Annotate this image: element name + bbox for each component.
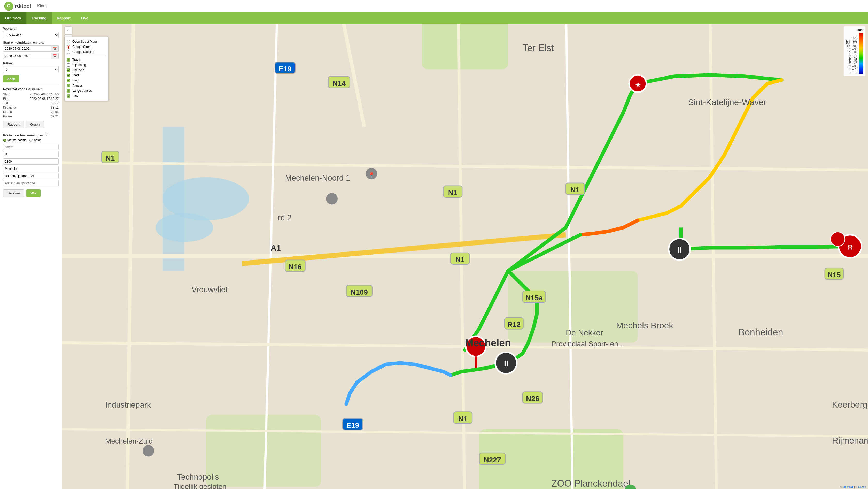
layer-start-label: Start	[72, 73, 79, 77]
svg-text:Ter Elst: Ter Elst	[523, 43, 554, 53]
page-title: Klant	[37, 4, 46, 8]
wis-button[interactable]: Wis	[26, 189, 40, 197]
layer-google-street-label: Google Street	[72, 45, 91, 49]
svg-text:A1: A1	[271, 243, 281, 252]
layer-play-label: Play	[72, 94, 78, 98]
checkbox-start[interactable]	[67, 74, 70, 77]
city-input[interactable]	[3, 166, 59, 172]
checkbox-track[interactable]	[67, 58, 70, 62]
back-forward-button[interactable]: ↔	[65, 26, 72, 34]
graph-button[interactable]: Graph	[26, 121, 44, 128]
layer-google-sat[interactable]: Google Satelliet	[67, 49, 106, 55]
svg-text:Mechels Broek: Mechels Broek	[616, 321, 673, 330]
layer-start[interactable]: Start	[67, 73, 106, 78]
route-section: Route naar bestemming vanuit: laatste po…	[3, 133, 59, 197]
svg-text:rd 2: rd 2	[278, 213, 292, 222]
svg-point-88	[143, 445, 154, 457]
start-date-field: 📅	[3, 45, 59, 52]
route-option-basis-label: basis	[34, 138, 41, 142]
route-radio-laatste[interactable]	[3, 139, 6, 142]
checkbox-pauses[interactable]	[67, 84, 70, 87]
legend-label-120plus: +120	[846, 36, 858, 39]
layer-pauses[interactable]: Pauses	[67, 83, 106, 88]
distance-input[interactable]	[3, 180, 59, 186]
result-kilometer-value: 33,12	[51, 106, 59, 109]
nav-item-rapport[interactable]: Rapport	[52, 12, 76, 24]
map-svg: A1 ★	[62, 24, 868, 489]
start-date-input[interactable]	[3, 46, 51, 52]
openict-link[interactable]: OpenICT	[843, 486, 853, 488]
svg-text:📍: 📍	[368, 172, 375, 179]
layer-lange-pauses[interactable]: Lange pauses	[67, 88, 106, 93]
legend-label-50: 50 – 60	[846, 56, 858, 59]
checkbox-snelheid[interactable]	[67, 68, 70, 72]
layer-snelheid[interactable]: Snelheid	[67, 67, 106, 73]
legend-label-100: 100 – 110	[846, 42, 858, 45]
svg-text:Rijmenam: Rijmenam	[832, 436, 868, 445]
nav-item-tracking[interactable]: Tracking	[26, 12, 52, 24]
checkbox-lange-pauses[interactable]	[67, 89, 70, 93]
route-option-basis[interactable]: basis	[29, 138, 41, 142]
checkbox-rijrichting[interactable]	[67, 63, 70, 67]
naam-input[interactable]	[3, 144, 59, 150]
map-area[interactable]: A1 ★	[62, 24, 868, 489]
checkbox-play[interactable]	[67, 94, 70, 98]
street-input[interactable]	[3, 151, 59, 157]
radio-google-sat[interactable]	[67, 51, 70, 54]
route-options: laatste positie basis	[3, 138, 59, 142]
color-bar	[859, 33, 863, 74]
legend-label-30: 30 – 40	[846, 62, 858, 65]
nav-brand[interactable]: Orditrack	[0, 12, 26, 24]
svg-point-30	[831, 232, 845, 246]
layer-track[interactable]: Track	[67, 57, 106, 62]
address-input[interactable]	[3, 173, 59, 179]
svg-text:O: O	[7, 3, 10, 8]
voertuig-select[interactable]: 1-ABC-345	[3, 32, 59, 38]
route-option-laatste[interactable]: laatste positie	[3, 138, 26, 142]
svg-text:⏸: ⏸	[502, 359, 510, 368]
svg-text:R12: R12	[507, 320, 521, 329]
svg-text:N15: N15	[828, 271, 841, 279]
end-date-input[interactable]	[3, 53, 51, 59]
svg-text:Mechelen-Zuid: Mechelen-Zuid	[105, 437, 153, 445]
svg-text:Mechelen-Noord 1: Mechelen-Noord 1	[285, 174, 350, 182]
layer-google-street[interactable]: Google Street	[67, 44, 106, 49]
legend-label-110: 110 – 120	[846, 39, 858, 42]
rapport-button[interactable]: Rapport	[3, 121, 24, 128]
svg-rect-5	[163, 127, 184, 271]
result-title: Resultaat voor 1-ABC-345:	[3, 87, 59, 91]
layer-play[interactable]: Play	[67, 93, 106, 98]
bereken-button[interactable]: Bereken	[3, 189, 24, 197]
result-kilometer-label: Kilometer	[3, 106, 16, 109]
layer-eind[interactable]: Eind	[67, 78, 106, 83]
svg-text:Mechelen: Mechelen	[465, 337, 511, 348]
svg-text:N26: N26	[526, 395, 539, 403]
radio-google-street[interactable]	[67, 45, 70, 49]
layer-rijrichting[interactable]: Rijrichting	[67, 62, 106, 67]
layer-pauses-label: Pauses	[72, 84, 83, 87]
legend-label-70: 70 – 80	[846, 51, 858, 54]
google-link[interactable]: Google	[858, 486, 866, 488]
calendar-icon-end[interactable]: 📅	[51, 53, 58, 59]
zoek-button[interactable]: Zoek	[3, 75, 19, 83]
svg-point-87	[326, 193, 338, 205]
svg-text:E19: E19	[346, 421, 359, 429]
layer-osm[interactable]: Open Street Maps	[67, 39, 106, 44]
nav-item-live[interactable]: Live	[76, 12, 94, 24]
sidebar: Voertuig: 1-ABC-345 Start en -einddatum …	[0, 24, 62, 489]
legend-label-90: 90 – 100	[846, 45, 858, 48]
result-eind-value: 2020-05-08 17:30:27	[30, 97, 59, 100]
legend-bar: +120 110 – 120 100 – 110 90 – 100 80 – 9…	[846, 33, 864, 74]
checkbox-eind[interactable]	[67, 79, 70, 82]
logo-area: O rditool	[4, 2, 31, 11]
result-row-eind: Eind 2020-05-08 17:30:27	[3, 97, 59, 100]
postal-input[interactable]	[3, 158, 59, 165]
svg-text:E19: E19	[279, 65, 292, 73]
layer-dropdown: Open Street Maps Google Street Google Sa…	[65, 37, 108, 101]
route-radio-basis[interactable]	[29, 139, 33, 142]
nav: Orditrack Tracking Rapport Live	[0, 12, 868, 24]
ritten-select[interactable]: 0	[3, 66, 59, 73]
svg-text:N227: N227	[484, 456, 501, 464]
radio-osm[interactable]	[67, 40, 70, 43]
calendar-icon-start[interactable]: 📅	[51, 46, 58, 52]
